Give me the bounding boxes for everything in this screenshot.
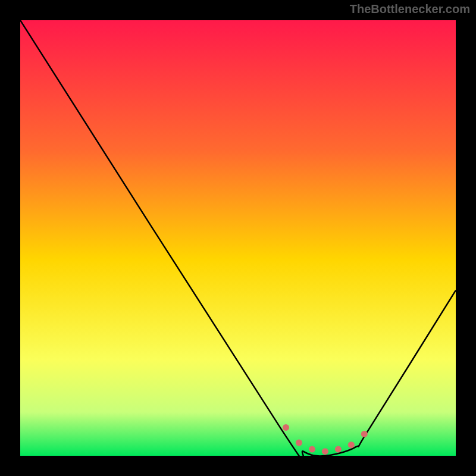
chart-plot-area bbox=[20, 20, 456, 456]
curve-marker bbox=[348, 441, 355, 448]
curve-marker bbox=[309, 446, 315, 453]
curve-marker bbox=[283, 424, 289, 431]
curve-marker bbox=[322, 448, 328, 455]
chart-background bbox=[20, 20, 456, 456]
chart-svg bbox=[20, 20, 456, 456]
watermark-label: TheBottlenecker.com bbox=[350, 2, 470, 16]
curve-marker bbox=[296, 440, 302, 446]
curve-marker bbox=[335, 446, 342, 453]
curve-marker bbox=[361, 431, 368, 437]
